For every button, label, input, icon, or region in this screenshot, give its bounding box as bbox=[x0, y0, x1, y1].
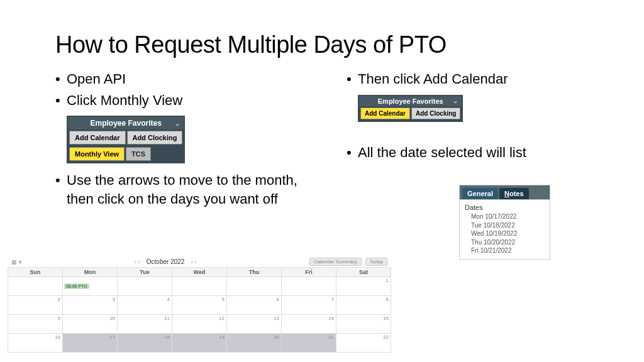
calendar-cell[interactable] bbox=[227, 277, 282, 296]
calendar-day-header: Thu bbox=[227, 268, 282, 277]
calendar-cell[interactable] bbox=[282, 277, 336, 296]
calendar-cell[interactable]: 18 bbox=[118, 334, 172, 353]
widget2-header: Employee Favorites ⌄ bbox=[359, 96, 462, 106]
date-line: Tue 10/18/2022 bbox=[465, 221, 545, 230]
calendar-month-label: October 2022 bbox=[147, 258, 185, 265]
calendar-cell[interactable]: 11 bbox=[118, 315, 172, 334]
chevron-down-icon[interactable]: ⌄ bbox=[453, 97, 458, 104]
calendar-prev-arrows[interactable]: ‹ ‹ bbox=[135, 259, 140, 265]
bullet-click-add-calendar: Then click Add Calendar bbox=[347, 70, 600, 89]
monthly-view-button[interactable]: Monthly View bbox=[69, 147, 125, 161]
calendar-cell[interactable]: 20 bbox=[227, 334, 282, 353]
add-calendar-button-highlighted[interactable]: Add Calendar bbox=[360, 107, 410, 119]
calendar-cell[interactable]: 08:00 PTO bbox=[63, 277, 118, 296]
calendar-next-arrows[interactable]: › › bbox=[191, 259, 196, 265]
add-calendar-button[interactable]: Add Calendar bbox=[69, 131, 126, 145]
date-line: Fri 10/21/2022 bbox=[465, 246, 545, 255]
date-line: Mon 10/17/2022 bbox=[465, 212, 545, 221]
bullet-dates-listed: All the date selected will list bbox=[347, 143, 600, 162]
widget1-header: Employee Favorites ⌄ bbox=[68, 117, 184, 129]
calendar-cell[interactable] bbox=[8, 277, 63, 296]
tab-notes[interactable]: Notes bbox=[499, 188, 529, 199]
calendar-screenshot: ▦ ▾ ‹ ‹ October 2022 › › Calendar Summar… bbox=[8, 256, 391, 353]
tab-general[interactable]: General bbox=[462, 188, 498, 199]
calendar-toolbar-icons: ▦ ▾ bbox=[11, 259, 22, 265]
left-column: Open API Click Monthly View Employee Fav… bbox=[55, 70, 309, 211]
calendar-cell[interactable]: 4 bbox=[118, 296, 172, 315]
widget2-title: Employee Favorites bbox=[378, 97, 443, 105]
calendar-event[interactable]: 08:00 PTO bbox=[64, 283, 89, 289]
calendar-cell[interactable]: 14 bbox=[282, 315, 336, 334]
calendar-cell[interactable]: 8 bbox=[336, 296, 391, 315]
calendar-cell[interactable]: 5 bbox=[172, 296, 227, 315]
employee-favorites-widget-2: Employee Favorites ⌄ Add Calendar Add Cl… bbox=[358, 95, 463, 122]
slide-title: How to Request Multiple Days of PTO bbox=[55, 31, 600, 58]
calendar-cell[interactable]: 7 bbox=[282, 296, 336, 315]
bullet-use-arrows: Use the arrows to move to the month, the… bbox=[55, 171, 309, 208]
calendar-today-button[interactable]: Today bbox=[365, 258, 387, 266]
add-clocking-button[interactable]: Add Clocking bbox=[127, 131, 183, 145]
bullet-open-api: Open API bbox=[55, 70, 309, 89]
bullet-click-monthly: Click Monthly View bbox=[55, 91, 309, 110]
tcs-button[interactable]: TCS bbox=[126, 147, 151, 161]
calendar-cell[interactable]: 9 bbox=[8, 315, 63, 334]
calendar-cell[interactable]: 12 bbox=[172, 315, 227, 334]
calendar-cell[interactable]: 19 bbox=[172, 334, 227, 353]
calendar-day-header: Fri bbox=[282, 268, 336, 277]
calendar-cell[interactable]: 6 bbox=[227, 296, 282, 315]
calendar-day-header: Wed bbox=[172, 268, 227, 277]
employee-favorites-widget-1: Employee Favorites ⌄ Add Calendar Add Cl… bbox=[67, 116, 185, 163]
chevron-down-icon[interactable]: ⌄ bbox=[175, 120, 180, 127]
calendar-cell[interactable]: 17 bbox=[63, 334, 118, 353]
dates-label: Dates bbox=[465, 204, 545, 211]
calendar-cell[interactable]: 21 bbox=[282, 334, 336, 353]
calendar-day-header: Sun bbox=[8, 268, 63, 277]
date-line: Wed 10/19/2022 bbox=[465, 229, 545, 238]
calendar-cell[interactable]: 1 bbox=[336, 277, 391, 296]
calendar-cell[interactable]: 2 bbox=[8, 296, 63, 315]
calendar-cell[interactable]: 22 bbox=[336, 334, 391, 353]
calendar-cell[interactable]: 10 bbox=[63, 315, 118, 334]
calendar-cell[interactable]: 16 bbox=[8, 334, 63, 353]
date-line: Thu 10/20/2022 bbox=[465, 238, 545, 247]
calendar-day-header: Tue bbox=[118, 268, 172, 277]
widget1-title: Employee Favorites bbox=[91, 119, 162, 128]
dates-panel: General Notes Dates Mon 10/17/2022Tue 10… bbox=[459, 185, 550, 260]
calendar-day-header: Mon bbox=[63, 268, 118, 277]
calendar-cell[interactable]: 13 bbox=[227, 315, 282, 334]
calendar-summary-button[interactable]: Calendar Summary bbox=[309, 258, 362, 266]
calendar-cell[interactable] bbox=[172, 277, 227, 296]
calendar-cell[interactable]: 15 bbox=[336, 315, 391, 334]
calendar-cell[interactable]: 3 bbox=[63, 296, 118, 315]
calendar-day-header: Sat bbox=[336, 268, 391, 277]
calendar-cell[interactable] bbox=[118, 277, 172, 296]
add-clocking-button[interactable]: Add Clocking bbox=[411, 107, 460, 119]
